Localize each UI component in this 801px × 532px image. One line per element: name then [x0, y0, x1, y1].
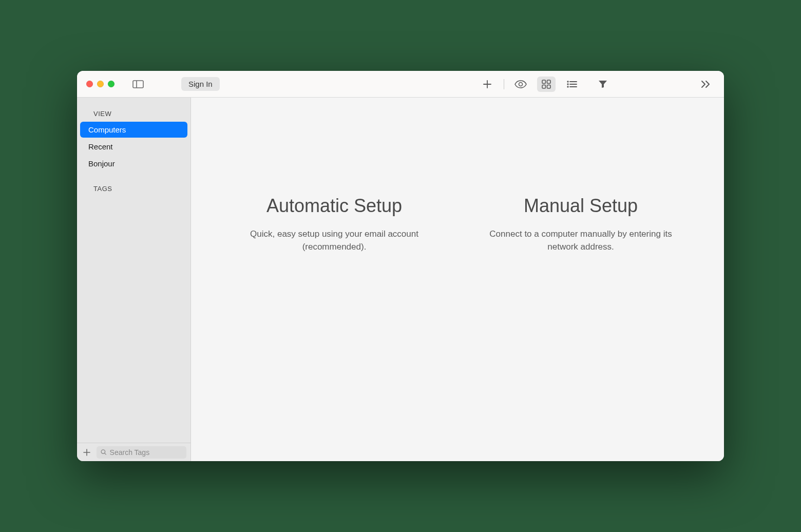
add-tag-button[interactable] — [81, 447, 92, 458]
sidebar-toggle-button[interactable] — [131, 77, 145, 91]
sidebar-section-tags: TAGS — [77, 182, 190, 196]
sidebar-content: VIEW Computers Recent Bonjour TAGS — [77, 98, 190, 443]
overflow-button[interactable] — [696, 77, 715, 92]
add-button[interactable] — [478, 77, 497, 92]
list-icon — [567, 81, 577, 88]
filter-button[interactable] — [594, 77, 612, 92]
svg-point-17 — [101, 450, 105, 453]
sidebar-section-view: VIEW — [77, 107, 190, 121]
svg-rect-7 — [542, 85, 546, 88]
svg-point-13 — [567, 86, 568, 87]
funnel-icon — [598, 80, 607, 88]
automatic-setup-title: Automatic Setup — [232, 195, 437, 217]
svg-rect-8 — [547, 85, 551, 88]
fullscreen-window-button[interactable] — [108, 81, 115, 87]
sidebar-item-bonjour[interactable]: Bonjour — [80, 156, 187, 172]
main-content: Automatic Setup Quick, easy setup using … — [191, 98, 724, 461]
plus-icon — [483, 80, 492, 89]
eye-icon — [514, 80, 527, 88]
svg-point-11 — [567, 84, 568, 85]
sidebar-icon — [132, 80, 144, 88]
automatic-setup-description: Quick, easy setup using your email accou… — [232, 228, 437, 253]
svg-point-4 — [519, 82, 523, 86]
sidebar-footer — [77, 443, 190, 461]
sidebar: VIEW Computers Recent Bonjour TAGS — [77, 98, 191, 461]
sign-in-button[interactable]: Sign In — [181, 77, 220, 91]
svg-point-9 — [567, 81, 568, 82]
list-view-button[interactable] — [563, 77, 581, 92]
svg-rect-5 — [542, 80, 546, 84]
search-icon — [101, 449, 107, 455]
chevron-double-right-icon — [700, 80, 711, 88]
automatic-setup-option[interactable]: Automatic Setup Quick, easy setup using … — [232, 195, 437, 253]
plus-icon — [83, 449, 90, 456]
manual-setup-option[interactable]: Manual Setup Connect to a computer manua… — [478, 195, 683, 253]
svg-rect-0 — [133, 81, 143, 88]
search-tags-field[interactable] — [97, 446, 186, 459]
window-controls — [86, 81, 115, 87]
search-tags-input[interactable] — [110, 448, 182, 457]
grid-icon — [542, 80, 551, 89]
minimize-window-button[interactable] — [97, 81, 104, 87]
toolbar-divider — [504, 79, 504, 89]
sidebar-item-computers[interactable]: Computers — [80, 122, 187, 138]
window-body: VIEW Computers Recent Bonjour TAGS — [77, 98, 724, 461]
sidebar-item-recent[interactable]: Recent — [80, 139, 187, 155]
toolbar-right — [478, 77, 715, 92]
svg-line-18 — [105, 453, 106, 455]
manual-setup-title: Manual Setup — [478, 195, 683, 217]
svg-rect-6 — [547, 80, 551, 84]
close-window-button[interactable] — [86, 81, 93, 87]
grid-view-button[interactable] — [537, 77, 556, 92]
observe-button[interactable] — [511, 77, 530, 92]
titlebar: Sign In — [77, 71, 724, 98]
app-window: Sign In — [77, 71, 724, 461]
manual-setup-description: Connect to a computer manually by enteri… — [478, 228, 683, 253]
